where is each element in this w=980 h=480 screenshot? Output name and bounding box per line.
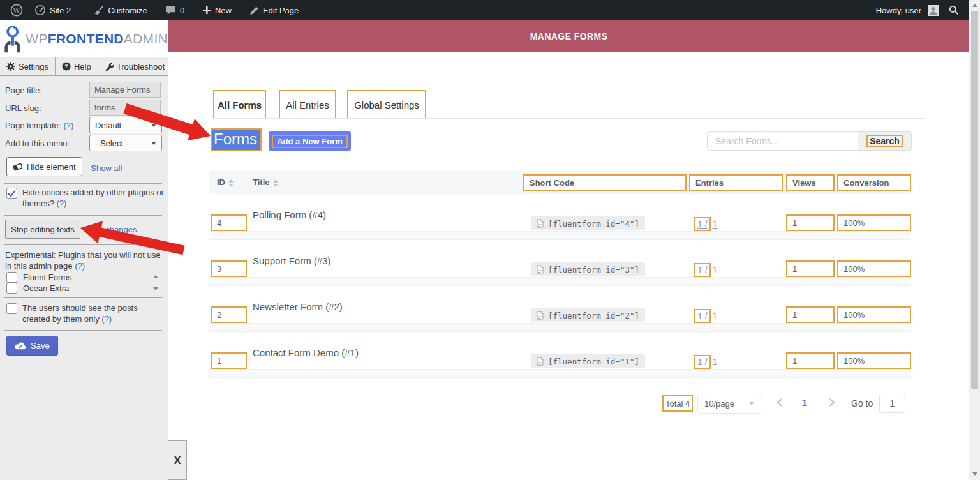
search-button-label: Search xyxy=(866,135,903,147)
entries-link[interactable]: 1 / xyxy=(697,219,708,229)
tab-help[interactable]: ? Help xyxy=(56,57,98,75)
menu-select[interactable]: - Select - xyxy=(89,135,162,151)
scrollbar-down-icon[interactable] xyxy=(972,472,977,476)
entries-link[interactable]: 1 / xyxy=(697,357,708,367)
row-title[interactable]: Support Form (#3) xyxy=(253,255,331,266)
new-menu[interactable]: New xyxy=(197,0,237,20)
row-id-cell[interactable]: 1 xyxy=(211,352,247,369)
shortcode-chip[interactable]: [fluentform id="1"] xyxy=(531,354,645,368)
hide-notices-label: Hide notices added by other plugins or t… xyxy=(22,188,164,208)
scroll-down-icon[interactable] xyxy=(153,287,158,290)
goto-page-input[interactable] xyxy=(879,394,905,413)
scrollbar-up-icon[interactable] xyxy=(972,4,977,7)
search-icon[interactable] xyxy=(949,5,959,15)
conversion-cell[interactable]: 100% xyxy=(837,260,911,277)
header-conversion[interactable]: Conversion xyxy=(837,174,911,191)
entries-total-link[interactable]: 1 xyxy=(713,311,718,321)
page-template-help-link[interactable]: (?) xyxy=(63,121,73,130)
entries-total-link[interactable]: 1 xyxy=(713,265,718,275)
prev-page-icon[interactable] xyxy=(777,398,785,407)
tab-all-entries[interactable]: All Entries xyxy=(279,90,336,119)
stop-editing-button[interactable]: Stop editing texts xyxy=(5,220,80,239)
row-id-cell[interactable]: 3 xyxy=(211,260,247,277)
hide-element-label: Hide element xyxy=(27,162,76,172)
url-slug-input[interactable]: forms xyxy=(89,100,161,116)
header-shortcode[interactable]: Short Code xyxy=(523,174,687,191)
add-new-form-button[interactable]: Add a New Form xyxy=(269,131,351,151)
conversion-cell[interactable]: 100% xyxy=(837,214,911,231)
hide-notices-help-link[interactable]: (?) xyxy=(57,199,67,208)
entries-link[interactable]: 1 / xyxy=(697,265,708,275)
howdy-label[interactable]: Howdy, user xyxy=(876,6,921,15)
entries-cell: 1 /1 xyxy=(694,355,717,369)
next-page-icon[interactable] xyxy=(826,398,835,407)
hide-element-button[interactable]: Hide element xyxy=(6,157,82,176)
experimental-help-link[interactable]: (?) xyxy=(75,261,85,271)
changes-link[interactable]: changes xyxy=(105,225,137,234)
row-id-cell[interactable]: 4 xyxy=(211,214,247,231)
row-title[interactable]: Polling Form (#4) xyxy=(253,209,326,220)
row-id-cell[interactable]: 2 xyxy=(211,306,247,323)
search-button[interactable]: Search xyxy=(858,131,912,151)
hide-notices-checkbox[interactable] xyxy=(6,188,17,199)
shortcode-text: [fluentform id="4"] xyxy=(548,219,639,229)
logo-frontend: FRONTEND xyxy=(48,31,124,46)
posts-only-label: The users should see the posts created b… xyxy=(22,303,138,324)
sort-icon[interactable] xyxy=(228,179,234,187)
header-id[interactable]: ID xyxy=(217,177,234,187)
conversion-cell[interactable]: 100% xyxy=(837,306,911,323)
entries-total-link[interactable]: 1 xyxy=(713,357,718,367)
site-menu[interactable]: Site 2 xyxy=(29,0,77,20)
tab-all-forms[interactable]: All Forms xyxy=(213,90,266,119)
views-cell[interactable]: 1 xyxy=(786,260,835,277)
sidebar-close-button[interactable]: X xyxy=(168,440,187,480)
tab-help-label: Help xyxy=(74,62,91,71)
row-title[interactable]: Contact Form Demo (#1) xyxy=(253,347,359,358)
views-cell[interactable]: 1 xyxy=(786,352,835,369)
sort-icon[interactable] xyxy=(273,179,278,187)
show-all-link[interactable]: Show all xyxy=(91,163,122,173)
table-row: 3 Support Form (#3) [fluentform id="3"] … xyxy=(209,240,911,277)
vertical-scrollbar[interactable] xyxy=(969,0,980,480)
row-title[interactable]: Newsletter Form (#2) xyxy=(253,301,343,312)
scrollbar-thumb[interactable] xyxy=(971,11,978,389)
ocean-extra-checkbox[interactable] xyxy=(6,283,17,294)
document-icon xyxy=(537,219,544,228)
shortcode-chip[interactable]: [fluentform id="3"] xyxy=(531,262,645,276)
header-title[interactable]: Title xyxy=(253,177,278,187)
tab-troubleshoot[interactable]: Troubleshoot xyxy=(98,57,171,75)
posts-only-checkbox[interactable] xyxy=(6,303,17,314)
save-button[interactable]: Save xyxy=(6,336,58,356)
edit-page-menu[interactable]: Edit Page xyxy=(244,0,304,20)
avatar[interactable] xyxy=(928,5,939,16)
page-title-input[interactable]: Manage Forms xyxy=(89,82,161,98)
tab-settings[interactable]: Settings xyxy=(0,57,56,75)
tab-global-settings[interactable]: Global Settings xyxy=(347,90,426,119)
conversion-cell[interactable]: 100% xyxy=(837,352,911,369)
row-separator xyxy=(209,369,911,378)
views-cell[interactable]: 1 xyxy=(786,306,835,323)
header-views[interactable]: Views xyxy=(786,174,835,191)
document-icon xyxy=(537,311,544,320)
forms-heading[interactable]: Forms xyxy=(211,128,262,151)
customize-menu[interactable]: Customize xyxy=(88,0,152,20)
scroll-up-icon[interactable] xyxy=(153,275,158,278)
posts-only-help-link[interactable]: (?) xyxy=(101,314,112,324)
search-input[interactable] xyxy=(707,131,859,151)
header-entries[interactable]: Entries xyxy=(689,174,783,191)
wordpress-menu[interactable]: W xyxy=(0,0,29,20)
table-row: 2 Newsletter Form (#2) [fluentform id="2… xyxy=(209,286,911,323)
current-page[interactable]: 1 xyxy=(802,398,807,408)
fluent-forms-checkbox[interactable] xyxy=(6,272,17,283)
entries-link[interactable]: 1 / xyxy=(697,311,708,321)
shortcode-chip[interactable]: [fluentform id="4"] xyxy=(531,216,645,230)
comments-menu[interactable]: 0 xyxy=(160,0,190,20)
wordpress-icon: W xyxy=(10,4,23,17)
entries-total-link[interactable]: 1 xyxy=(713,219,718,229)
page-title-label: Page title: xyxy=(5,82,42,98)
menu-label: Add to this menu: xyxy=(5,135,70,151)
page-template-select[interactable]: Default xyxy=(89,117,162,133)
per-page-select[interactable]: 10/page xyxy=(697,394,761,414)
shortcode-chip[interactable]: [fluentform id="2"] xyxy=(531,308,645,322)
views-cell[interactable]: 1 xyxy=(786,214,835,231)
